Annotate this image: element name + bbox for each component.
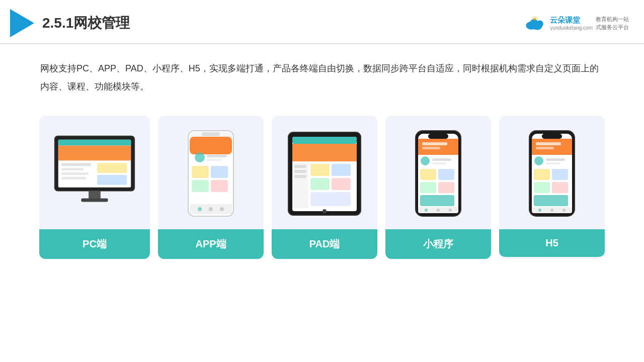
svg-rect-20: [89, 191, 101, 199]
svg-rect-43: [294, 165, 306, 168]
svg-rect-64: [438, 182, 454, 193]
pc-device-icon: [47, 131, 142, 216]
app-label: APP端: [158, 229, 264, 259]
svg-rect-47: [332, 164, 351, 176]
svg-rect-57: [422, 147, 440, 149]
svg-rect-48: [310, 178, 330, 190]
svg-point-76: [534, 156, 543, 165]
svg-point-36: [209, 207, 213, 211]
svg-rect-46: [310, 164, 330, 176]
header-left: 2.5.1网校管理: [10, 9, 130, 37]
svg-rect-28: [207, 155, 227, 157]
svg-rect-14: [61, 163, 91, 166]
pc-label: PC端: [39, 229, 150, 259]
svg-point-37: [220, 207, 224, 211]
svg-rect-30: [192, 166, 209, 178]
pad-device-icon: [284, 130, 365, 218]
svg-rect-59: [432, 158, 451, 161]
svg-point-67: [425, 209, 428, 212]
brand-text: 云朵课堂 yunduoketang.com: [550, 16, 593, 31]
pad-card: PAD端: [272, 116, 377, 259]
logo-triangle-icon: [10, 9, 34, 37]
miniprogram-label: 小程序: [385, 229, 491, 259]
h5-device-icon: [527, 130, 577, 218]
svg-rect-18: [97, 163, 127, 173]
svg-point-4: [534, 18, 536, 21]
svg-point-35: [198, 207, 202, 211]
svg-point-27: [195, 152, 205, 162]
svg-rect-63: [420, 182, 436, 193]
svg-rect-65: [420, 195, 454, 206]
svg-rect-32: [192, 180, 209, 192]
svg-rect-61: [420, 169, 436, 180]
svg-rect-75: [536, 147, 554, 149]
svg-rect-81: [534, 182, 550, 193]
svg-rect-24: [202, 132, 220, 136]
device-cards-container: PC端: [0, 101, 644, 274]
svg-rect-17: [61, 177, 86, 179]
svg-rect-49: [332, 178, 351, 190]
svg-rect-60: [432, 162, 446, 164]
svg-point-51: [323, 209, 327, 213]
svg-rect-42: [292, 163, 308, 208]
svg-point-58: [421, 156, 430, 165]
h5-label: H5: [499, 229, 605, 257]
svg-point-87: [562, 209, 566, 212]
app-image-area: [166, 126, 256, 221]
svg-rect-82: [552, 182, 568, 193]
miniprogram-image-area: [393, 126, 483, 221]
svg-rect-12: [58, 140, 131, 146]
svg-rect-79: [534, 169, 550, 180]
svg-point-86: [550, 209, 553, 212]
svg-rect-80: [552, 169, 568, 180]
description-text: 网校支持PC、APP、PAD、小程序、H5，实现多端打通，产品各终端自由切换，数…: [0, 44, 644, 101]
h5-card: H5: [499, 116, 605, 259]
app-device-icon: [186, 130, 236, 218]
brand-name: 云朵课堂: [550, 16, 593, 25]
pad-image-area: [280, 126, 369, 221]
svg-rect-62: [438, 169, 454, 180]
brand-logo: 云朵课堂 yunduoketang.com 教育机构一站式服务云平台: [523, 15, 629, 32]
svg-rect-78: [546, 162, 560, 164]
svg-rect-41: [292, 144, 357, 161]
svg-rect-15: [61, 168, 84, 170]
brand-url: yunduoketang.com: [550, 25, 593, 31]
page-title: 2.5.1网校管理: [42, 14, 130, 33]
svg-point-3: [536, 20, 543, 27]
svg-rect-33: [211, 180, 228, 192]
svg-rect-74: [536, 142, 561, 145]
pad-label: PAD端: [272, 229, 377, 259]
header: 2.5.1网校管理 云朵课堂 yunduoketang.com 教: [0, 0, 644, 44]
svg-rect-29: [207, 159, 222, 161]
svg-line-9: [533, 17, 533, 18]
svg-rect-54: [428, 134, 448, 139]
miniprogram-card: 小程序: [385, 116, 491, 259]
miniprogram-device-icon: [413, 130, 463, 218]
pc-card: PC端: [39, 116, 150, 259]
svg-point-69: [449, 209, 452, 212]
svg-rect-31: [211, 166, 228, 178]
svg-rect-83: [534, 195, 568, 206]
pc-image-area: [47, 126, 142, 221]
svg-rect-45: [294, 175, 306, 178]
brand-tagline: 教育机构一站式服务云平台: [596, 15, 629, 32]
svg-rect-77: [546, 158, 565, 161]
cloud-logo-icon: [523, 15, 547, 31]
svg-rect-50: [310, 192, 351, 206]
brand-area: 云朵课堂 yunduoketang.com 教育机构一站式服务云平台: [523, 15, 629, 32]
svg-rect-19: [97, 175, 127, 185]
svg-rect-21: [81, 198, 108, 202]
svg-rect-26: [190, 137, 232, 154]
svg-rect-72: [542, 134, 562, 139]
svg-line-8: [536, 17, 537, 18]
svg-rect-44: [294, 170, 306, 173]
svg-point-85: [538, 209, 541, 212]
svg-rect-16: [61, 172, 89, 175]
svg-rect-56: [422, 142, 447, 145]
app-card: APP端: [158, 116, 264, 259]
h5-image-area: [507, 126, 597, 221]
svg-rect-40: [292, 137, 357, 144]
svg-point-68: [437, 209, 440, 212]
svg-rect-13: [58, 146, 131, 161]
